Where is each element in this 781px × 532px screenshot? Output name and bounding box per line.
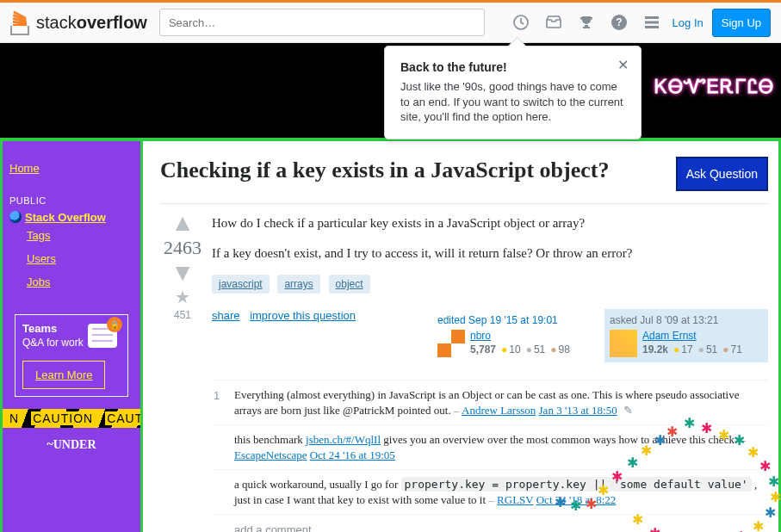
content: Checking if a key exists in a JavaScript… (143, 141, 778, 532)
nav-section-public: PUBLIC (9, 195, 133, 206)
upvote-button[interactable]: ▲ (160, 214, 205, 232)
asked-label: asked Jul 8 '09 at 13:21 (610, 314, 763, 326)
comment-link[interactable]: jsben.ch/#/WqlIl (306, 433, 381, 446)
logo-text-prefix: stack (36, 13, 77, 33)
edited-link[interactable]: edited Sep 19 '15 at 19:01 (437, 314, 558, 326)
comments: 1 Everything (almost everything) in Java… (212, 380, 768, 515)
comment-score (212, 432, 234, 462)
stackoverflow-icon (10, 9, 33, 35)
pencil-icon: ✎ (623, 404, 633, 417)
gold-badge-count: 17 (668, 343, 693, 356)
header: stackoverflow ? Log In Sign Up ✕ Back to… (0, 3, 781, 43)
teams-icon (86, 317, 122, 353)
favorite-button[interactable]: ★ (160, 287, 205, 307)
logo[interactable]: stackoverflow (10, 9, 147, 35)
logo-text-bold: overflow (77, 13, 147, 33)
sidebar: Home PUBLIC Stack Overflow Tags Users Jo… (3, 141, 143, 532)
silver-badge-count: 51 (521, 343, 546, 356)
svg-text:?: ? (616, 16, 622, 28)
question-body: How do I check if a particular key exist… (212, 214, 768, 532)
popover-title: Back to the future! (400, 60, 625, 74)
comment-score: 1 (212, 387, 234, 418)
ask-question-button[interactable]: Ask Question (676, 157, 768, 191)
comment-code: property.key = property.key || 'some def… (401, 477, 752, 492)
achievements-icon[interactable] (578, 14, 595, 31)
tag[interactable]: arrays (277, 275, 319, 294)
comment: this benchmark jsben.ch/#/WqlIl gives yo… (212, 425, 768, 470)
search-input[interactable] (159, 9, 485, 36)
comment-text: gives you an overview over the most comm… (381, 433, 737, 446)
gold-badge-count: 10 (496, 343, 521, 356)
svg-rect-3 (645, 16, 659, 19)
close-icon[interactable]: ✕ (617, 57, 629, 73)
tag[interactable]: javascript (212, 275, 270, 294)
header-icons: ? (512, 14, 660, 31)
inbox-icon[interactable] (545, 14, 562, 31)
nav-home[interactable]: Home (9, 157, 133, 180)
caution-tape: NCAUTIONCAUTION (3, 409, 140, 428)
svg-rect-5 (645, 26, 659, 28)
question-para: If a key doesn't exist, and I try to acc… (212, 244, 768, 263)
comment-text: this benchmark (234, 433, 306, 446)
tags: javascript arrays object (212, 275, 768, 294)
add-comment-link[interactable]: add a comment (234, 523, 312, 532)
editor-rep: 5,787 (470, 343, 496, 356)
nav-jobs[interactable]: Jobs (27, 270, 133, 294)
comment-date[interactable]: Jan 3 '13 at 18:50 (539, 404, 617, 417)
owner-rep: 19.2k (642, 343, 668, 356)
bronze-badge-count: 98 (545, 343, 570, 356)
svg-rect-4 (645, 22, 659, 24)
owner-link[interactable]: Adam Ernst (642, 330, 697, 342)
silver-badge-count: 51 (693, 343, 718, 356)
lock-icon (107, 317, 122, 332)
comment-date[interactable]: Oct 24 '16 at 19:05 (310, 448, 395, 461)
comment-user[interactable]: EscapeNetscape (234, 448, 307, 461)
banner-text: ᏦᎾᏉᎬᎡᎱᏝᎾ (654, 76, 774, 97)
comment-user[interactable]: Andrew Larsson (462, 404, 536, 417)
site-switcher-icon[interactable] (643, 14, 660, 31)
comment: 1 Everything (almost everything) in Java… (212, 380, 768, 425)
learn-more-button[interactable]: Learn More (22, 361, 105, 389)
nav-stackoverflow[interactable]: Stack Overflow (25, 206, 106, 229)
login-link[interactable]: Log In (673, 16, 704, 29)
editor-link[interactable]: nbro (470, 330, 491, 342)
question-para: How do I check if a particular key exist… (212, 214, 768, 232)
avatar[interactable] (610, 330, 637, 357)
help-icon[interactable]: ? (611, 14, 628, 31)
comment: a quick workaround, usually I go for pro… (212, 470, 768, 515)
comment-score (212, 477, 234, 507)
nav-users[interactable]: Users (27, 247, 133, 270)
question-title: Checking if a key exists in a JavaScript… (160, 157, 676, 185)
under-construction: ~UNDER (3, 428, 140, 452)
editor-card: edited Sep 19 '15 at 19:01 nbro 5,787105… (432, 309, 596, 362)
teams-promo: Teams Q&A for work Learn More (15, 314, 128, 397)
signup-button[interactable]: Sign Up (712, 9, 771, 37)
avatar[interactable] (437, 330, 465, 357)
post-actions: share improve this question (212, 309, 363, 322)
owner-card: asked Jul 8 '09 at 13:21 Adam Ernst 19.2… (604, 309, 768, 362)
comment-text: a quick workaround, usually I go for (234, 478, 401, 491)
comment-date[interactable]: Oct 24 '18 at 8:22 (536, 493, 617, 506)
popover-body: Just like the '90s, good things have to … (400, 79, 625, 125)
improve-link[interactable]: improve this question (250, 309, 356, 322)
bronze-badge-count: 71 (717, 343, 742, 356)
tag[interactable]: object (329, 275, 370, 294)
search-box (159, 9, 485, 36)
downvote-button[interactable]: ▼ (160, 264, 205, 281)
time-travel-popover: ✕ Back to the future! Just like the '90s… (384, 46, 642, 139)
vote-score: 2463 (160, 237, 205, 259)
recent-icon[interactable] (512, 14, 530, 31)
comment-user[interactable]: RGLSV (497, 493, 533, 506)
share-link[interactable]: share (212, 309, 240, 322)
favorite-count: 451 (160, 309, 205, 321)
vote-controls: ▲ 2463 ▼ ★ 451 (160, 214, 205, 532)
globe-icon (9, 211, 22, 223)
